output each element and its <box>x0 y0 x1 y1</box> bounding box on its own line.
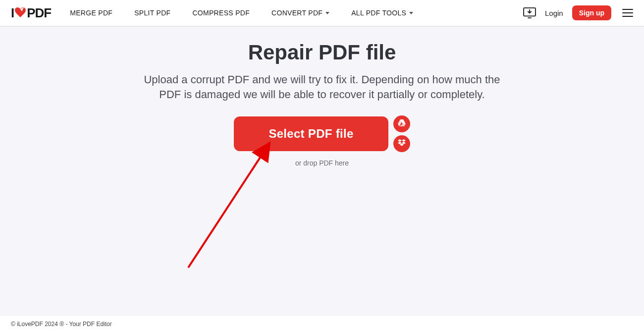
nav-convert[interactable]: CONVERT PDF <box>271 9 329 17</box>
brand-post: PDF <box>27 5 51 21</box>
nav-compress-label: COMPRESS PDF <box>192 9 250 17</box>
brand-logo[interactable]: I PDF <box>11 5 51 21</box>
google-drive-button[interactable] <box>393 115 410 132</box>
nav-merge[interactable]: MERGE PDF <box>70 9 112 17</box>
brand-pre: I <box>11 5 14 21</box>
chevron-down-icon <box>409 12 413 14</box>
nav-all-tools[interactable]: ALL PDF TOOLS <box>351 9 413 17</box>
chevron-down-icon <box>325 12 329 14</box>
select-file-button[interactable]: Select PDF file <box>234 116 388 151</box>
right-nav: Login Sign up <box>523 5 633 20</box>
nav-all-label: ALL PDF TOOLS <box>351 9 406 17</box>
page-title: Repair PDF file <box>248 41 396 64</box>
footer-text: © iLovePDF 2024 ® - Your PDF Editor <box>11 321 112 328</box>
main-content: Repair PDF file Upload a corrupt PDF and… <box>0 27 644 167</box>
signup-button[interactable]: Sign up <box>572 5 611 20</box>
google-drive-icon <box>398 119 406 128</box>
dropbox-button[interactable] <box>393 135 410 152</box>
nav-merge-label: MERGE PDF <box>70 9 112 17</box>
login-link[interactable]: Login <box>545 9 563 17</box>
nav-split-label: SPLIT PDF <box>134 9 170 17</box>
primary-nav: MERGE PDF SPLIT PDF COMPRESS PDF CONVERT… <box>70 9 413 17</box>
drop-hint: or drop PDF here <box>295 159 349 167</box>
download-desktop-icon[interactable] <box>523 7 536 18</box>
page-subtitle: Upload a corrupt PDF and we will try to … <box>144 72 500 102</box>
nav-split[interactable]: SPLIT PDF <box>134 9 170 17</box>
cloud-buttons <box>393 115 410 152</box>
nav-convert-label: CONVERT PDF <box>271 9 322 17</box>
menu-icon[interactable] <box>622 9 633 17</box>
footer: © iLovePDF 2024 ® - Your PDF Editor <box>0 315 644 332</box>
heart-icon <box>14 6 26 21</box>
dropbox-icon <box>398 139 406 148</box>
top-header: I PDF MERGE PDF SPLIT PDF COMPRESS PDF C… <box>0 0 644 27</box>
nav-compress[interactable]: COMPRESS PDF <box>192 9 250 17</box>
upload-area: Select PDF file <box>234 115 410 152</box>
